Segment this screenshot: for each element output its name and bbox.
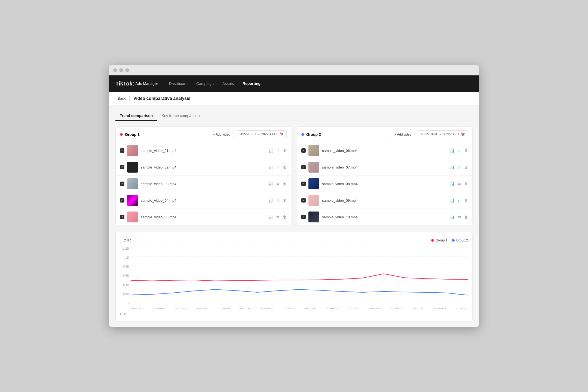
- group2-video1-swap-icon[interactable]: ⇄: [458, 148, 461, 153]
- y-label-5: 0.4%: [123, 283, 129, 286]
- legend-group1: Group 1: [431, 238, 447, 242]
- group1-video-row-2: sample_video_02.mp4 📊 ⇄ 🗑: [116, 159, 291, 176]
- y-label-4: 0.6%: [123, 274, 129, 277]
- ctr-section-header: CTR ⌄ Group 1 Group 2: [120, 237, 468, 244]
- group2-video5-thumb: [308, 212, 319, 222]
- group2-video2-delete-icon[interactable]: 🗑: [464, 165, 468, 169]
- nav-items: Dashboard Campaign Assets Reporting: [169, 76, 473, 91]
- group1-video3-checkbox[interactable]: [120, 182, 124, 186]
- x-label-12: 2022-10-23: [369, 307, 381, 310]
- group1-video5-chart-icon[interactable]: 📊: [268, 215, 273, 219]
- group1-video3-chart-icon[interactable]: 📊: [268, 182, 273, 186]
- group1-video5-delete-icon[interactable]: 🗑: [283, 215, 287, 219]
- group1-video4-chart-icon[interactable]: 📊: [268, 198, 273, 203]
- group1-video2-swap-icon[interactable]: ⇄: [276, 165, 280, 169]
- legend-group2: Group 2: [452, 238, 468, 242]
- group1-video5-actions: 📊 ⇄ 🗑: [268, 215, 287, 219]
- breadcrumb-divider: |: [129, 96, 130, 101]
- group1-video3-actions: 📊 ⇄ 🗑: [268, 182, 287, 186]
- group2-video5-chart-icon[interactable]: 📊: [450, 215, 454, 219]
- group1-video1-swap-icon[interactable]: ⇄: [276, 148, 280, 153]
- group2-calendar-icon: 📅: [461, 133, 465, 136]
- legend-group2-label: Group 2: [456, 238, 468, 242]
- nav-dashboard[interactable]: Dashboard: [169, 76, 188, 91]
- traffic-light-close[interactable]: [113, 68, 117, 72]
- chart-area: 1.2% 1% 0.8% 0.6% 0.4% 0.2% 0: [120, 247, 468, 313]
- ctr-dropdown[interactable]: CTR ⌄: [120, 237, 139, 244]
- group1-video1-chart-icon[interactable]: 📊: [268, 148, 273, 153]
- group2-video4-delete-icon[interactable]: 🗑: [464, 198, 468, 203]
- group1-video1-delete-icon[interactable]: 🗑: [283, 148, 287, 153]
- group1-video1-thumb: [127, 145, 138, 156]
- chevron-down-icon: ⌄: [133, 238, 136, 242]
- group2-video1-chart-icon[interactable]: 📊: [450, 148, 454, 153]
- group1-video2-checkbox[interactable]: [120, 165, 124, 169]
- group2-video4-chart-icon[interactable]: 📊: [450, 198, 454, 203]
- group2-video3-delete-icon[interactable]: 🗑: [464, 182, 468, 186]
- group2-date-range[interactable]: 2022-10-01 ～ 2022-11-01 📅: [418, 130, 468, 138]
- traffic-light-minimize[interactable]: [119, 68, 123, 72]
- group1-video3-swap-icon[interactable]: ⇄: [276, 182, 280, 186]
- group1-video-row-1: sample_video_01.mp4 📊 ⇄ 🗑: [116, 142, 291, 159]
- group1-header: Group 1 + Add video 2022-10-01 ～ 2022-11…: [116, 127, 291, 142]
- breadcrumb-bar: ‹ Back | Video comparative analysis: [109, 92, 479, 105]
- group2-date-text: 2022-10-01 ～ 2022-11-01: [421, 132, 459, 137]
- back-button[interactable]: ‹ Back: [115, 96, 125, 100]
- group1-video4-checkbox[interactable]: [120, 198, 124, 203]
- title-bar: [109, 65, 479, 75]
- group2-add-video-button[interactable]: + Add video: [391, 131, 415, 138]
- group1-video3-delete-icon[interactable]: 🗑: [283, 182, 287, 186]
- group2-video5-swap-icon[interactable]: ⇄: [458, 215, 461, 219]
- nav-campaign[interactable]: Campaign: [196, 76, 214, 91]
- group1-video5-swap-icon[interactable]: ⇄: [276, 215, 280, 219]
- group2-video5-checkbox[interactable]: [301, 215, 306, 219]
- logo-tiktok: TikTok:: [115, 81, 134, 87]
- chart-y-labels: 1.2% 1% 0.8% 0.6% 0.4% 0.2% 0: [120, 247, 131, 304]
- group2-video2-chart-icon[interactable]: 📊: [450, 165, 454, 169]
- group2-video5-actions: 📊 ⇄ 🗑: [450, 215, 468, 219]
- group2-video5-name: sample_video_10.mp4: [322, 215, 447, 219]
- group1-add-video-button[interactable]: + Add video: [210, 131, 234, 138]
- legend-group1-dot: [431, 239, 434, 242]
- group1-video5-checkbox[interactable]: [120, 215, 124, 219]
- page-title: Video comparative analysis: [133, 96, 191, 101]
- group1-date-range[interactable]: 2022-10-01 ～ 2022-11-01 📅: [237, 130, 287, 138]
- group2-video4-checkbox[interactable]: [301, 198, 306, 203]
- group1-label: Group 1: [120, 132, 140, 137]
- chart-svg-container: [131, 247, 468, 304]
- group2-video3-checkbox[interactable]: [301, 182, 306, 186]
- group1-video1-checkbox[interactable]: [120, 148, 124, 153]
- group1-title: Group 1: [125, 132, 140, 137]
- group2-video4-swap-icon[interactable]: ⇄: [458, 198, 461, 203]
- x-label-13: 2022-10-25: [390, 307, 403, 310]
- tabs: Trend comparison Key frame comparison: [115, 111, 473, 121]
- group1-video3-thumb: [127, 178, 138, 189]
- tab-key-frame-comparison[interactable]: Key frame comparison: [157, 111, 204, 121]
- groups-container: Group 1 + Add video 2022-10-01 ～ 2022-11…: [115, 126, 473, 225]
- group2-video5-delete-icon[interactable]: 🗑: [464, 215, 468, 219]
- group1-video4-delete-icon[interactable]: 🗑: [283, 198, 287, 203]
- group1-video1-name: sample_video_01.mp4: [141, 149, 266, 153]
- group1-video4-name: sample_video_04.mp4: [141, 198, 266, 203]
- group2-video2-thumb: [308, 162, 319, 173]
- tab-trend-comparison[interactable]: Trend comparison: [115, 111, 157, 121]
- group2-video4-name: sample_video_09.mp4: [322, 198, 447, 203]
- traffic-light-fullscreen[interactable]: [125, 68, 129, 72]
- group2-video3-chart-icon[interactable]: 📊: [450, 182, 454, 186]
- nav-assets[interactable]: Assets: [222, 76, 234, 91]
- group1-video2-chart-icon[interactable]: 📊: [268, 165, 273, 169]
- group2-video1-delete-icon[interactable]: 🗑: [464, 148, 468, 153]
- group2-video2-checkbox[interactable]: [301, 165, 306, 169]
- nav-reporting[interactable]: Reporting: [243, 76, 261, 91]
- group1-video4-swap-icon[interactable]: ⇄: [276, 198, 280, 203]
- group1-video2-delete-icon[interactable]: 🗑: [283, 165, 287, 169]
- group2-label: Group 2: [301, 132, 321, 137]
- x-label-16: 2022-10-31: [455, 307, 468, 310]
- group2-video-row-1: sample_video_06.mp4 📊 ⇄ 🗑: [297, 142, 472, 159]
- group2-video3-swap-icon[interactable]: ⇄: [458, 182, 461, 186]
- ctr-dropdown-label: CTR: [124, 238, 131, 242]
- group2-video1-checkbox[interactable]: [301, 148, 306, 153]
- group2-video2-swap-icon[interactable]: ⇄: [458, 165, 461, 169]
- group1-controls: + Add video 2022-10-01 ～ 2022-11-01 📅: [210, 130, 287, 138]
- chart-legend: Group 1 Group 2: [431, 238, 468, 242]
